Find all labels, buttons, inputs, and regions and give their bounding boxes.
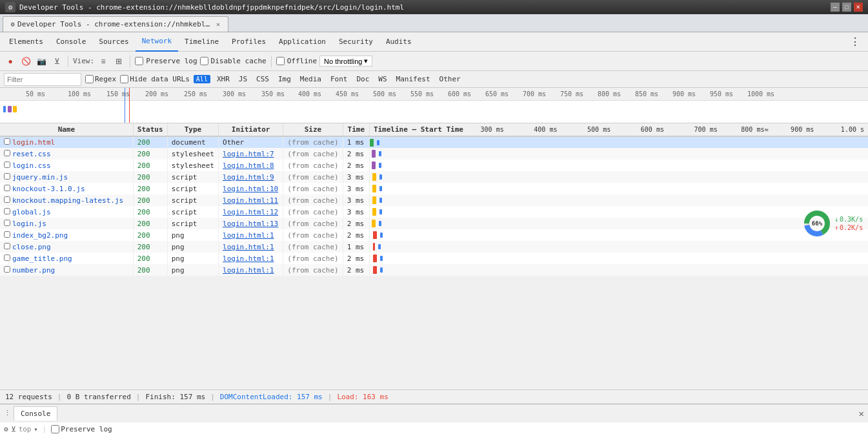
cell-initiator[interactable]: login.html:8: [219, 160, 283, 171]
table-row[interactable]: jquery.min.js200scriptlogin.html:9(from …: [0, 171, 868, 183]
file-link[interactable]: number.png: [12, 266, 55, 275]
table-row[interactable]: knockout.mapping-latest.js200scriptlogin…: [0, 194, 868, 206]
tab-sources[interactable]: Sources: [92, 32, 135, 52]
filter-all[interactable]: All: [194, 75, 210, 83]
filter-img[interactable]: Img: [276, 74, 294, 84]
tab-close-icon[interactable]: ✕: [216, 21, 220, 28]
file-link[interactable]: jquery.min.js: [12, 173, 68, 182]
col-type[interactable]: Type: [167, 123, 218, 136]
table-row[interactable]: login.js200scriptlogin.html:13(from cach…: [0, 218, 868, 229]
file-link[interactable]: close.png: [12, 243, 51, 251]
col-initiator[interactable]: Initiator: [219, 123, 283, 136]
filter-input[interactable]: [4, 73, 81, 86]
cell-initiator[interactable]: login.html:1: [219, 264, 283, 276]
console-filter-icon[interactable]: ⊻: [11, 425, 16, 433]
initiator-link[interactable]: login.html:8: [223, 161, 274, 170]
filter-xhr[interactable]: XHR: [214, 74, 232, 84]
initiator-link[interactable]: login.html:12: [223, 208, 278, 216]
initiator-link[interactable]: login.html:1: [223, 254, 274, 263]
initiator-link[interactable]: login.html:13: [223, 220, 278, 228]
row-select-checkbox[interactable]: [4, 254, 10, 261]
row-select-checkbox[interactable]: [4, 138, 10, 145]
tab-application[interactable]: Application: [272, 32, 332, 52]
tab-profiles[interactable]: Profiles: [225, 32, 272, 52]
file-link[interactable]: knockout-3.1.0.js: [12, 185, 85, 193]
cell-initiator[interactable]: login.html:1: [219, 253, 283, 264]
file-link[interactable]: reset.css: [12, 150, 51, 158]
tab-audits[interactable]: Audits: [379, 32, 418, 52]
row-select-checkbox[interactable]: [4, 231, 10, 238]
col-size[interactable]: Size: [283, 123, 343, 136]
initiator-link[interactable]: login.html:11: [223, 196, 278, 205]
cell-initiator[interactable]: Other: [219, 136, 283, 148]
cell-initiator[interactable]: login.html:9: [219, 171, 283, 183]
table-row[interactable]: game_title.png200pnglogin.html:1(from ca…: [0, 253, 868, 264]
row-select-checkbox[interactable]: [4, 185, 10, 191]
row-select-checkbox[interactable]: [4, 243, 10, 249]
row-select-checkbox[interactable]: [4, 161, 10, 168]
initiator-link[interactable]: login.html:1: [223, 231, 274, 240]
filter-font[interactable]: Font: [328, 74, 350, 84]
initiator-link[interactable]: login.html:1: [223, 243, 274, 251]
col-status[interactable]: Status: [133, 123, 167, 136]
clear-button[interactable]: 🚫: [19, 55, 32, 68]
minimize-button[interactable]: ─: [831, 3, 840, 12]
console-scope-arrow[interactable]: ▾: [34, 426, 38, 433]
table-row[interactable]: knockout-3.1.0.js200scriptlogin.html:10(…: [0, 183, 868, 194]
throttle-button[interactable]: No throttling ▾: [319, 56, 372, 67]
record-button[interactable]: ●: [4, 55, 17, 68]
filter-js[interactable]: JS: [236, 74, 250, 84]
initiator-link[interactable]: login.html:10: [223, 185, 278, 193]
tree-view-button[interactable]: ⊞: [112, 55, 125, 68]
col-time[interactable]: Time: [343, 123, 369, 136]
disable-cache-checkbox[interactable]: [200, 57, 208, 65]
console-drag-handle[interactable]: ⋮: [4, 409, 11, 417]
col-name[interactable]: Name: [0, 123, 133, 136]
table-row[interactable]: login.html200documentOther(from cache)1 …: [0, 136, 868, 148]
filter-media[interactable]: Media: [298, 74, 324, 84]
tab-timeline[interactable]: Timeline: [178, 32, 225, 52]
file-link[interactable]: game_title.png: [12, 254, 72, 263]
cell-initiator[interactable]: login.html:7: [219, 148, 283, 160]
file-link[interactable]: login.html: [12, 138, 55, 147]
row-select-checkbox[interactable]: [4, 220, 10, 226]
table-row[interactable]: index_bg2.png200pnglogin.html:1(from cac…: [0, 229, 868, 241]
initiator-link[interactable]: login.html:9: [223, 173, 274, 182]
cell-initiator[interactable]: login.html:12: [219, 206, 283, 218]
tab-security[interactable]: Security: [332, 32, 379, 52]
regex-checkbox[interactable]: [85, 75, 94, 83]
filter-ws[interactable]: WS: [376, 74, 389, 84]
file-link[interactable]: login.js: [12, 220, 46, 228]
camera-button[interactable]: 📷: [35, 55, 48, 68]
row-select-checkbox[interactable]: [4, 196, 10, 203]
tab-elements[interactable]: Elements: [3, 32, 50, 52]
filter-button[interactable]: ⊻: [50, 55, 63, 68]
row-select-checkbox[interactable]: [4, 173, 10, 180]
network-table-container[interactable]: Name Status Type Initiator Size Time Tim…: [0, 123, 868, 389]
file-link[interactable]: global.js: [12, 208, 51, 216]
cell-initiator[interactable]: login.html:1: [219, 229, 283, 241]
table-row[interactable]: reset.css200stylesheetlogin.html:7(from …: [0, 148, 868, 160]
table-row[interactable]: login.css200stylesheetlogin.html:8(from …: [0, 160, 868, 171]
cell-initiator[interactable]: login.html:13: [219, 218, 283, 229]
row-select-checkbox[interactable]: [4, 208, 10, 214]
maximize-button[interactable]: □: [842, 3, 851, 12]
file-link[interactable]: index_bg2.png: [12, 231, 68, 240]
console-preserve-log-checkbox[interactable]: [51, 425, 59, 433]
cell-initiator[interactable]: login.html:10: [219, 183, 283, 194]
close-button[interactable]: ✕: [854, 3, 863, 12]
console-close-icon[interactable]: ✕: [859, 408, 864, 419]
filter-manifest[interactable]: Manifest: [394, 74, 433, 84]
row-select-checkbox[interactable]: [4, 150, 10, 156]
tab-network[interactable]: Network: [136, 32, 178, 52]
col-timeline[interactable]: Timeline – Start Time 300 ms 400 ms 500 …: [369, 123, 868, 136]
table-row[interactable]: close.png200pnglogin.html:1(from cache)1…: [0, 241, 868, 253]
more-options-icon[interactable]: ⋮: [845, 33, 865, 50]
initiator-link[interactable]: login.html:1: [223, 266, 274, 275]
browser-tab[interactable]: ⚙ Developer Tools - chrome-extension://n…: [3, 16, 228, 32]
filter-doc[interactable]: Doc: [354, 74, 372, 84]
initiator-link[interactable]: login.html:7: [223, 150, 274, 158]
filter-css[interactable]: CSS: [254, 74, 272, 84]
console-settings-icon[interactable]: ⚙: [4, 425, 8, 433]
filter-other[interactable]: Other: [437, 74, 463, 84]
